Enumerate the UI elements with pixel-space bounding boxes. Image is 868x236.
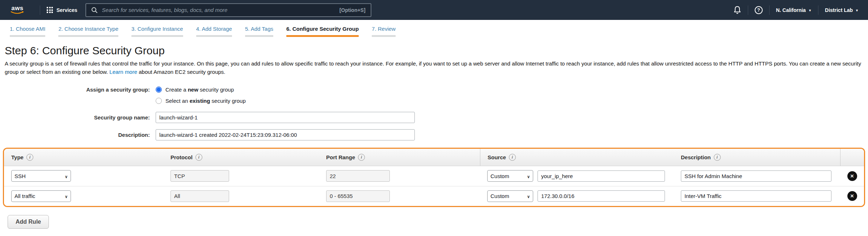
chevron-down-icon	[65, 193, 68, 199]
header-type: Type	[4, 149, 163, 166]
wizard-step-tabs: 1. Choose AMI 2. Choose Instance Type 3.…	[0, 20, 868, 37]
radio-create-new-group[interactable]: Create a new security group	[156, 87, 234, 93]
rule-source-input[interactable]	[538, 190, 665, 202]
tab-choose-ami[interactable]: 1. Choose AMI	[10, 26, 45, 37]
chevron-down-icon	[527, 193, 530, 199]
page-description: A security group is a set of firewall ru…	[5, 59, 863, 76]
radio-selected-icon[interactable]	[156, 87, 162, 93]
services-menu-button[interactable]: Services	[47, 7, 77, 13]
notifications-bell-button[interactable]	[733, 6, 741, 14]
rule-row-ssh: SSH Custom	[4, 166, 864, 186]
radio-unselected-icon[interactable]	[156, 98, 162, 104]
help-button[interactable]: ?	[755, 6, 763, 14]
region-selector[interactable]: N. California ▼	[776, 7, 812, 13]
aws-smile-icon	[10, 11, 25, 14]
info-icon[interactable]	[195, 154, 202, 161]
rule-port-range-field	[326, 190, 390, 202]
rule-protocol-field	[170, 170, 229, 182]
account-menu[interactable]: District Lab ▼	[825, 7, 859, 13]
account-label: District Lab	[825, 7, 853, 13]
region-label: N. California	[776, 7, 806, 13]
chevron-down-icon	[527, 173, 530, 179]
page-title: Step 6: Configure Security Group	[5, 45, 868, 57]
security-group-description-input[interactable]	[156, 129, 415, 140]
tab-choose-instance-type[interactable]: 2. Choose Instance Type	[58, 26, 118, 37]
search-icon	[91, 7, 98, 13]
delete-rule-icon[interactable]	[847, 191, 857, 201]
rule-source-mode-select[interactable]: Custom	[487, 190, 533, 202]
header-source: Source	[480, 149, 674, 166]
aws-logo-text: aws	[11, 6, 24, 11]
delete-rule-icon[interactable]	[847, 171, 857, 181]
bell-icon	[733, 6, 741, 14]
rule-row-all-traffic: All traffic Custom	[4, 186, 864, 206]
header-actions	[840, 149, 864, 166]
rule-description-input[interactable]	[681, 190, 831, 202]
tab-review[interactable]: 7. Review	[372, 26, 396, 37]
caret-down-icon: ▼	[808, 9, 812, 12]
top-navigation-bar: aws Services [Option+S] ?	[0, 0, 868, 20]
add-rule-button[interactable]: Add Rule	[8, 215, 49, 229]
search-input[interactable]	[102, 7, 335, 13]
services-grid-icon	[47, 7, 53, 13]
header-protocol: Protocol	[163, 149, 319, 166]
global-search-box[interactable]: [Option+S]	[85, 3, 371, 17]
chevron-down-icon	[65, 173, 68, 179]
radio-select-existing-group[interactable]: Select an existing security group	[156, 98, 246, 104]
tab-add-tags[interactable]: 5. Add Tags	[245, 26, 273, 37]
rule-type-select[interactable]: All traffic	[11, 190, 71, 202]
tab-add-storage[interactable]: 4. Add Storage	[196, 26, 232, 37]
info-icon[interactable]	[26, 154, 33, 161]
caret-down-icon: ▼	[855, 9, 859, 12]
learn-more-link[interactable]: Learn more	[109, 69, 137, 75]
tab-configure-instance[interactable]: 3. Configure Instance	[131, 26, 183, 37]
nav-divider	[40, 5, 40, 15]
security-group-description-label: Description:	[0, 132, 156, 138]
header-description: Description	[674, 149, 840, 166]
rule-source-mode-select[interactable]: Custom	[487, 170, 533, 182]
header-port-range: Port Range	[319, 149, 480, 166]
info-icon[interactable]	[714, 154, 721, 161]
security-group-name-input[interactable]	[156, 112, 415, 123]
rule-description-input[interactable]	[681, 170, 831, 182]
security-rules-table: Type Protocol Port Range Source Descript…	[3, 148, 865, 207]
aws-logo[interactable]: aws	[10, 6, 25, 14]
tab-configure-security-group[interactable]: 6. Configure Security Group	[286, 26, 359, 37]
rule-port-range-field	[326, 170, 390, 182]
search-shortcut-hint: [Option+S]	[340, 7, 366, 13]
assign-security-group-label: Assign a security group:	[0, 87, 156, 93]
rule-source-input[interactable]	[538, 170, 665, 182]
help-icon: ?	[755, 6, 763, 14]
rule-type-select[interactable]: SSH	[11, 170, 71, 182]
rule-protocol-field	[170, 190, 229, 202]
services-label: Services	[56, 7, 77, 13]
rules-table-header: Type Protocol Port Range Source Descript…	[4, 149, 864, 166]
security-group-name-label: Security group name:	[0, 114, 156, 121]
info-icon[interactable]	[509, 154, 516, 161]
info-icon[interactable]	[358, 154, 365, 161]
